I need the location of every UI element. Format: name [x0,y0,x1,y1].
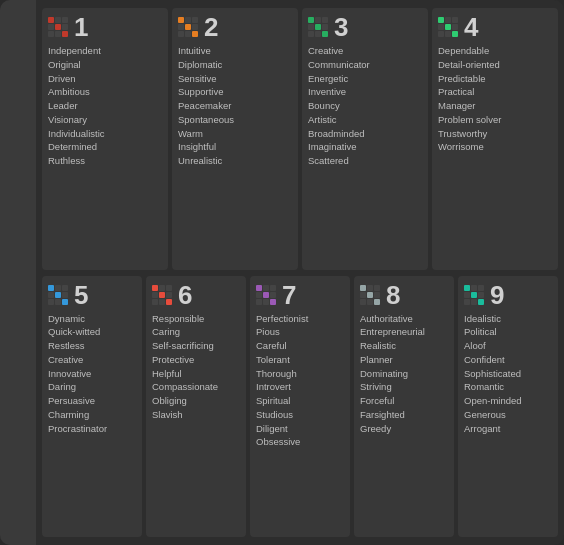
trait-item: Entrepreneurial [360,325,448,339]
trait-item: Striving [360,380,448,394]
number-icon [178,17,198,37]
cell-number-1: 1 [74,14,88,40]
trait-item: Creative [48,353,136,367]
trait-item: Spiritual [256,394,344,408]
trait-item: Peacemaker [178,99,292,113]
trait-item: Warm [178,127,292,141]
trait-item: Charming [48,408,136,422]
trait-item: Studious [256,408,344,422]
cell-number-7: 7 [282,282,296,308]
trait-item: Ruthless [48,154,162,168]
trait-item: Sophisticated [464,367,552,381]
trait-item: Authoritative [360,312,448,326]
trait-item: Scattered [308,154,422,168]
trait-item: Self-sacrificing [152,339,240,353]
trait-item: Ambitious [48,85,162,99]
trait-item: Protective [152,353,240,367]
number-icon [464,285,484,305]
cell-7: 7PerfectionistPiousCarefulTolerantThorou… [250,276,350,538]
trait-item: Manager [438,99,552,113]
trait-item: Dynamic [48,312,136,326]
trait-item: Unrealistic [178,154,292,168]
trait-item: Open-minded [464,394,552,408]
traits-list-9: IdealisticPoliticalAloofConfidentSophist… [464,312,552,436]
trait-item: Thorough [256,367,344,381]
traits-list-6: ResponsibleCaringSelf-sacrificingProtect… [152,312,240,422]
trait-item: Idealistic [464,312,552,326]
trait-item: Insightful [178,140,292,154]
cell-header-6: 6 [152,282,240,308]
trait-item: Procrastinator [48,422,136,436]
traits-list-8: AuthoritativeEntrepreneurialRealisticPla… [360,312,448,436]
number-icon [438,17,458,37]
cell-header-1: 1 [48,14,162,40]
cell-number-8: 8 [386,282,400,308]
cell-number-2: 2 [204,14,218,40]
number-icon [48,285,68,305]
trait-item: Sensitive [178,72,292,86]
trait-item: Individualistic [48,127,162,141]
trait-item: Communicator [308,58,422,72]
number-icon [152,285,172,305]
trait-item: Introvert [256,380,344,394]
trait-item: Forceful [360,394,448,408]
trait-item: Perfectionist [256,312,344,326]
trait-item: Creative [308,44,422,58]
trait-item: Dependable [438,44,552,58]
cell-header-2: 2 [178,14,292,40]
cell-number-6: 6 [178,282,192,308]
cell-number-3: 3 [334,14,348,40]
cell-2: 2IntuitiveDiplomaticSensitiveSupportiveP… [172,8,298,270]
trait-item: Trustworthy [438,127,552,141]
traits-list-2: IntuitiveDiplomaticSensitiveSupportivePe… [178,44,292,168]
trait-item: Detail-oriented [438,58,552,72]
traits-list-3: CreativeCommunicatorEnergeticInventiveBo… [308,44,422,168]
trait-item: Confident [464,353,552,367]
trait-item: Slavish [152,408,240,422]
trait-item: Supportive [178,85,292,99]
cell-3: 3CreativeCommunicatorEnergeticInventiveB… [302,8,428,270]
trait-item: Compassionate [152,380,240,394]
trait-item: Romantic [464,380,552,394]
trait-item: Arrogant [464,422,552,436]
trait-item: Dominating [360,367,448,381]
trait-item: Independent [48,44,162,58]
trait-item: Leader [48,99,162,113]
cell-number-9: 9 [490,282,504,308]
trait-item: Quick-witted [48,325,136,339]
number-icon [308,17,328,37]
trait-item: Obliging [152,394,240,408]
trait-item: Broadminded [308,127,422,141]
trait-item: Driven [48,72,162,86]
trait-item: Caring [152,325,240,339]
trait-item: Tolerant [256,353,344,367]
trait-item: Worrisome [438,140,552,154]
number-icon [360,285,380,305]
trait-item: Inventive [308,85,422,99]
trait-item: Helpful [152,367,240,381]
trait-item: Planner [360,353,448,367]
trait-item: Determined [48,140,162,154]
trait-item: Diplomatic [178,58,292,72]
trait-item: Farsighted [360,408,448,422]
cell-header-3: 3 [308,14,422,40]
cell-header-9: 9 [464,282,552,308]
trait-item: Responsible [152,312,240,326]
traits-list-7: PerfectionistPiousCarefulTolerantThoroug… [256,312,344,450]
trait-item: Political [464,325,552,339]
trait-item: Artistic [308,113,422,127]
cell-header-5: 5 [48,282,136,308]
number-icon [256,285,276,305]
trait-item: Persuasive [48,394,136,408]
traits-list-5: DynamicQuick-wittedRestlessCreativeInnov… [48,312,136,436]
cell-9: 9IdealisticPoliticalAloofConfidentSophis… [458,276,558,538]
trait-item: Visionary [48,113,162,127]
trait-item: Original [48,58,162,72]
sidebar [0,0,36,545]
trait-item: Intuitive [178,44,292,58]
trait-item: Practical [438,85,552,99]
cell-4: 4DependableDetail-orientedPredictablePra… [432,8,558,270]
trait-item: Energetic [308,72,422,86]
cell-number-4: 4 [464,14,478,40]
trait-item: Restless [48,339,136,353]
